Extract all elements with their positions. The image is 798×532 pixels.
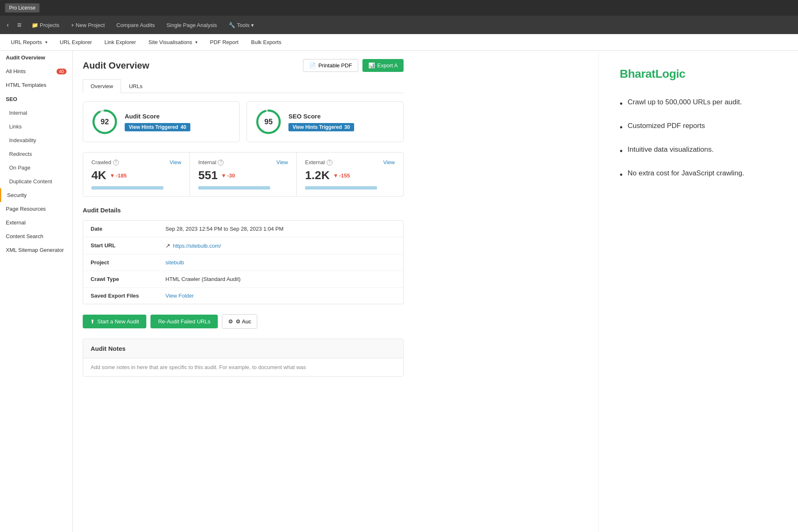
pdf-report-button[interactable]: PDF Report bbox=[204, 36, 244, 49]
tools-icon: 🔧 bbox=[229, 22, 235, 28]
projects-button[interactable]: 📁 Projects bbox=[27, 20, 64, 31]
internal-bar bbox=[198, 186, 270, 190]
bullet-icon-2: • bbox=[620, 121, 623, 133]
audit-notes-body: Add some notes in here that are specific… bbox=[83, 358, 403, 376]
audit-notes-title: Audit Notes bbox=[91, 345, 126, 352]
external-delta: ▼ -155 bbox=[333, 172, 350, 179]
audit-details-table: Date Sep 28, 2023 12:54 PM to Sep 28, 20… bbox=[83, 220, 404, 304]
sidebar-item-indexability[interactable]: Indexability bbox=[0, 133, 72, 147]
audit-row-start-url: Start URL ↗ https://sitebulb.com/ bbox=[83, 237, 403, 254]
export-icon: 📊 bbox=[368, 62, 375, 69]
audit-notes-header: Audit Notes bbox=[83, 339, 403, 358]
feature-item-1: • Crawl up to 500,000 URLs per audit. bbox=[620, 97, 777, 109]
feature-list: • Crawl up to 500,000 URLs per audit. • … bbox=[620, 97, 777, 180]
audit-notes-section: Audit Notes Add some notes in here that … bbox=[83, 339, 404, 377]
content-area: Audit Overview 📄 Printable PDF 📊 Export … bbox=[73, 51, 598, 532]
single-page-analysis-button[interactable]: Single Page Analysis bbox=[162, 20, 222, 31]
start-url-link[interactable]: https://sitebulb.com/ bbox=[173, 243, 221, 249]
site-visualisations-button[interactable]: Site Visualisations bbox=[143, 36, 203, 49]
audit-hints-badge[interactable]: View Hints Triggered 40 bbox=[125, 123, 190, 131]
project-link[interactable]: sitebulb bbox=[165, 259, 184, 266]
sidebar-item-all-hints[interactable]: All Hints 40 bbox=[0, 64, 72, 78]
feature-item-4: • No extra cost for JavaScript crawling. bbox=[620, 168, 777, 180]
tools-button[interactable]: 🔧 Tools ▾ bbox=[224, 20, 259, 31]
external-view-link[interactable]: View bbox=[383, 159, 395, 165]
top-bar: Pro License bbox=[0, 0, 798, 16]
bullet-icon-3: • bbox=[620, 145, 623, 157]
url-explorer-button[interactable]: URL Explorer bbox=[54, 36, 98, 49]
view-folder-link[interactable]: View Folder bbox=[165, 293, 194, 299]
header-actions: 📄 Printable PDF 📊 Export A bbox=[303, 59, 404, 72]
document-icon: 📄 bbox=[309, 62, 316, 69]
sidebar-item-page-resources[interactable]: Page Resources bbox=[0, 202, 72, 216]
crawled-bar bbox=[91, 186, 163, 190]
external-link-icon: ↗ bbox=[165, 242, 170, 249]
external-value: 1.2K bbox=[305, 169, 330, 182]
sidebar-item-html-templates[interactable]: HTML Templates bbox=[0, 78, 72, 92]
all-hints-badge: 40 bbox=[57, 69, 66, 74]
brand-logo: BharatLogic bbox=[620, 67, 777, 81]
seo-score-number: 95 bbox=[264, 118, 273, 126]
internal-help-icon[interactable]: ? bbox=[218, 160, 224, 165]
audit-score-card: 92 Audit Score View Hints Triggered 40 bbox=[83, 101, 240, 142]
url-reports-button[interactable]: URL Reports bbox=[5, 36, 53, 49]
back-button[interactable]: ‹ bbox=[3, 20, 12, 30]
export-button[interactable]: 📊 Export A bbox=[362, 59, 404, 72]
bullet-icon-1: • bbox=[620, 98, 623, 109]
crawled-help-icon[interactable]: ? bbox=[113, 160, 119, 165]
link-explorer-button[interactable]: Link Explorer bbox=[99, 36, 142, 49]
re-audit-failed-button[interactable]: Re-Audit Failed URLs bbox=[150, 315, 218, 328]
chevron-down-icon: ▾ bbox=[251, 22, 254, 28]
sidebar-item-on-page[interactable]: On Page bbox=[0, 161, 72, 175]
sidebar-item-external[interactable]: External bbox=[0, 216, 72, 229]
gear-icon: ⚙ bbox=[228, 318, 233, 325]
upload-icon: ⬆ bbox=[90, 318, 95, 325]
audit-score-circle: 92 bbox=[91, 108, 118, 135]
bulk-exports-button[interactable]: Bulk Exports bbox=[245, 36, 287, 49]
page-title: Audit Overview bbox=[83, 60, 149, 71]
tab-urls[interactable]: URLs bbox=[121, 79, 150, 93]
new-project-button[interactable]: + New Project bbox=[66, 20, 110, 31]
seo-hints-badge[interactable]: View Hints Triggered 30 bbox=[288, 123, 354, 131]
bullet-icon-4: • bbox=[620, 169, 623, 180]
nav-bar: ‹ ≡ 📁 Projects + New Project Compare Aud… bbox=[0, 16, 798, 34]
compare-audits-button[interactable]: Compare Audits bbox=[111, 20, 160, 31]
seo-score-label: SEO Score bbox=[288, 113, 354, 120]
crawled-view-link[interactable]: View bbox=[170, 159, 181, 165]
internal-delta: ▼ -30 bbox=[221, 172, 235, 179]
sidebar-item-audit-overview[interactable]: Audit Overview bbox=[0, 51, 72, 64]
sidebar-item-seo[interactable]: SEO bbox=[0, 92, 72, 106]
seo-score-info: SEO Score View Hints Triggered 30 bbox=[288, 113, 354, 131]
feature-item-2: • Customized PDF reports bbox=[620, 121, 777, 133]
folder-icon: 📁 bbox=[32, 22, 38, 28]
sidebar: Audit Overview All Hints 40 HTML Templat… bbox=[0, 51, 73, 532]
start-new-audit-button[interactable]: ⬆ Start a New Audit bbox=[83, 315, 146, 328]
audit-row-date: Date Sep 28, 2023 12:54 PM to Sep 28, 20… bbox=[83, 221, 403, 237]
audit-score-number: 92 bbox=[101, 118, 109, 126]
crawled-delta: ▼ -185 bbox=[110, 172, 127, 179]
sidebar-item-security[interactable]: Security bbox=[0, 188, 72, 202]
sidebar-item-duplicate-content[interactable]: Duplicate Content bbox=[0, 175, 72, 188]
sidebar-item-content-search[interactable]: Content Search bbox=[0, 229, 72, 243]
audit-row-project: Project sitebulb bbox=[83, 254, 403, 271]
feature-item-3: • Intuitive data visualizations. bbox=[620, 145, 777, 157]
audit-row-saved-export: Saved Export Files View Folder bbox=[83, 288, 403, 304]
sidebar-item-links[interactable]: Links bbox=[0, 120, 72, 133]
audit-details-title: Audit Details bbox=[83, 207, 404, 214]
sidebar-item-redirects[interactable]: Redirects bbox=[0, 147, 72, 161]
pro-license-button[interactable]: Pro License bbox=[5, 3, 39, 12]
audit-row-crawl-type: Crawl Type HTML Crawler (Standard Audit) bbox=[83, 271, 403, 288]
internal-view-link[interactable]: View bbox=[276, 159, 288, 165]
stat-crawled: Crawled ? View 4K ▼ -185 bbox=[83, 153, 190, 196]
tab-overview[interactable]: Overview bbox=[83, 79, 121, 93]
external-help-icon[interactable]: ? bbox=[327, 160, 332, 165]
printable-pdf-button[interactable]: 📄 Printable PDF bbox=[303, 59, 358, 72]
main-layout: Audit Overview All Hints 40 HTML Templat… bbox=[0, 51, 798, 532]
audit-settings-button[interactable]: ⚙ ⚙ Auc bbox=[222, 314, 257, 329]
tabs: Overview URLs bbox=[83, 79, 404, 93]
sidebar-item-internal[interactable]: Internal bbox=[0, 106, 72, 120]
stat-external: External ? View 1.2K ▼ -155 bbox=[297, 153, 403, 196]
audit-details-section: Audit Details Date Sep 28, 2023 12:54 PM… bbox=[83, 207, 404, 304]
sidebar-item-xml-sitemap-generator[interactable]: XML Sitemap Generator bbox=[0, 243, 72, 257]
hamburger-menu[interactable]: ≡ bbox=[14, 19, 25, 31]
